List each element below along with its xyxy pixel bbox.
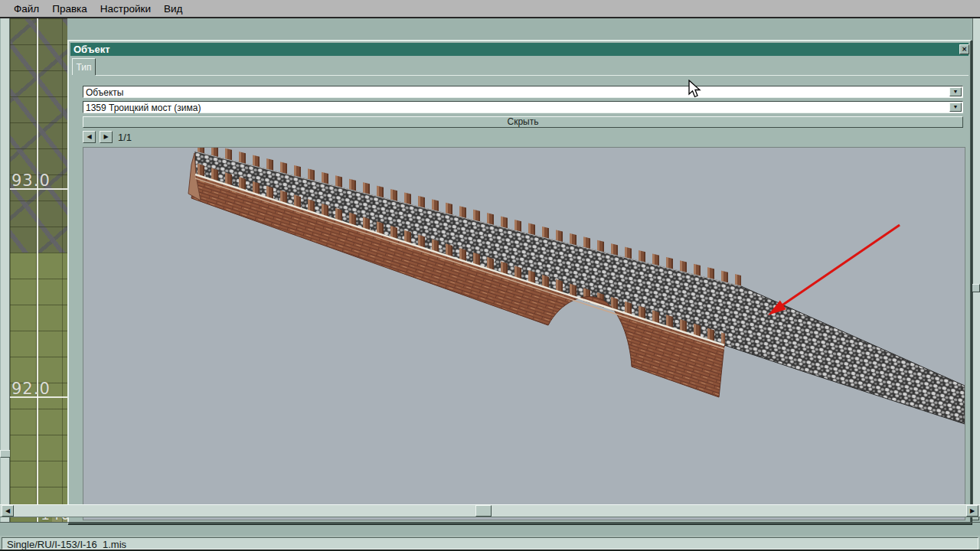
menu-item-view[interactable]: Вид bbox=[161, 3, 185, 15]
object-combobox[interactable]: 1359 Троицкий мост (зима) ▼ bbox=[83, 101, 963, 113]
chevron-down-icon: ▼ bbox=[953, 89, 959, 94]
pager-label: 1/1 bbox=[118, 132, 132, 143]
category-combobox[interactable]: Объекты ▼ bbox=[83, 86, 963, 98]
object-dropdown-button[interactable]: ▼ bbox=[949, 103, 962, 112]
bridge-preview-render bbox=[83, 148, 965, 520]
map-grid-major-vline bbox=[37, 18, 38, 522]
map-right-scrollbar-track[interactable] bbox=[972, 18, 980, 508]
status-field: Single/RU/I-153/I-16 1.mis bbox=[2, 537, 978, 549]
horizontal-scrollbar-thumb[interactable] bbox=[475, 505, 492, 517]
map-left-slider-thumb[interactable] bbox=[0, 450, 11, 458]
map-latitude-label: 92.0 bbox=[11, 380, 51, 398]
category-combobox-value: Объекты bbox=[86, 87, 124, 98]
status-bar: Single/RU/I-153/I-16 1.mis bbox=[0, 536, 980, 551]
pager-next-button[interactable]: ▶ bbox=[100, 131, 113, 143]
divider bbox=[0, 522, 980, 523]
menu-bar: Файл Правка Настройки Вид bbox=[0, 0, 980, 18]
menu-item-edit[interactable]: Правка bbox=[49, 3, 90, 15]
mission-path-text: Single/RU/I-153/I-16 1.mis bbox=[2, 538, 978, 550]
scroll-left-button[interactable]: ◀ bbox=[2, 505, 14, 517]
horizontal-scrollbar-track[interactable]: ◀ ▶ bbox=[0, 504, 980, 517]
tab-type[interactable]: Тип bbox=[72, 58, 96, 75]
annotation-arrow bbox=[768, 225, 900, 315]
map-latitude-label: 93.0 bbox=[11, 171, 51, 190]
map-left-slider-track[interactable] bbox=[1, 18, 10, 522]
mouse-cursor bbox=[688, 80, 706, 99]
tab-content-frame bbox=[96, 75, 969, 76]
dialog-title: Объект bbox=[74, 44, 110, 55]
scroll-right-button[interactable]: ▶ bbox=[966, 505, 978, 517]
pager-prev-button[interactable]: ◀ bbox=[83, 131, 96, 143]
object-dialog: Объект ✕ Тип Объекты ▼ 1359 Троицкий мос… bbox=[67, 40, 972, 524]
object-combobox-value: 1359 Троицкий мост (зима) bbox=[86, 103, 201, 113]
menu-item-file[interactable]: Файл bbox=[11, 3, 42, 15]
map-grid-minor bbox=[10, 18, 67, 522]
close-button[interactable]: ✕ bbox=[959, 44, 969, 54]
left-arrow-icon: ◀ bbox=[5, 507, 10, 514]
chevron-down-icon: ▼ bbox=[953, 104, 959, 109]
left-arrow-icon: ◀ bbox=[87, 133, 91, 140]
hide-button[interactable]: Скрыть bbox=[83, 116, 963, 128]
map-pane-left[interactable]: 93.0 92.0 bbox=[10, 18, 67, 522]
right-arrow-icon: ▶ bbox=[970, 507, 975, 514]
map-workspace: 93.0 92.0 140.0 141.0 142.0 143.0 144.0 … bbox=[0, 18, 980, 522]
right-arrow-icon: ▶ bbox=[103, 133, 108, 140]
menu-item-settings[interactable]: Настройки bbox=[97, 3, 154, 15]
close-icon: ✕ bbox=[962, 46, 967, 53]
object-preview-canvas bbox=[83, 147, 965, 520]
category-dropdown-button[interactable]: ▼ bbox=[949, 87, 962, 96]
dialog-title-bar[interactable]: Объект bbox=[70, 43, 969, 56]
